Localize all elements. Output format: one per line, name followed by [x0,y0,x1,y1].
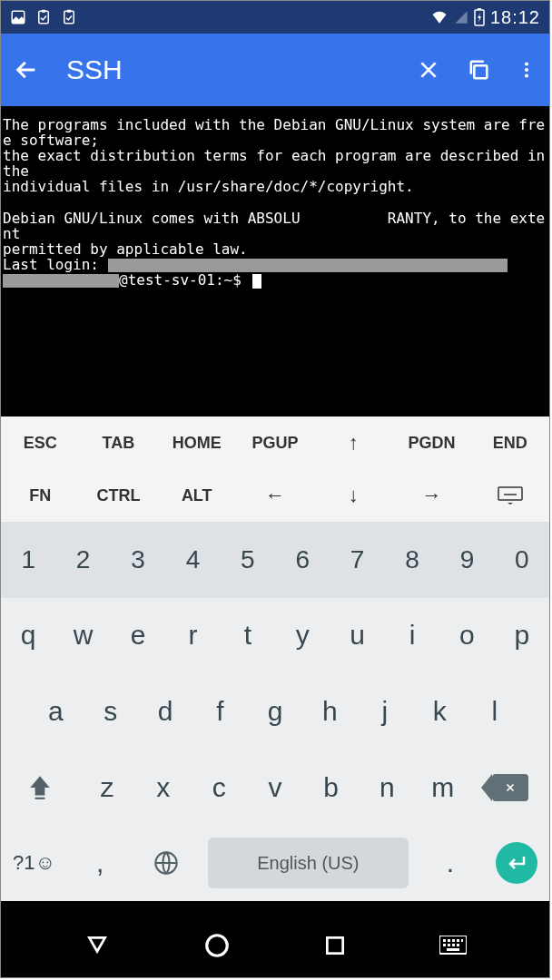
more-button[interactable] [517,58,537,82]
status-clock: 18:12 [490,7,540,28]
key-comma[interactable]: , [67,825,133,901]
space-label: English (US) [257,853,359,874]
svg-rect-1 [42,10,46,13]
svg-rect-29 [457,944,459,946]
key-right[interactable]: → [392,469,470,522]
key-down[interactable]: ↓ [314,469,392,522]
close-button[interactable] [417,58,440,82]
nav-home[interactable] [203,932,231,959]
soft-keyboard: 1 2 3 4 5 6 7 8 9 0 q w e r t y u i o p … [1,522,549,901]
svg-point-6 [525,63,528,66]
key-alt[interactable]: ALT [158,469,236,522]
key-shift[interactable] [1,750,79,826]
key-0[interactable]: 0 [495,522,549,598]
gallery-icon [10,9,26,25]
key-o[interactable]: o [439,598,494,674]
status-bar: 18:12 [1,1,549,34]
key-7[interactable]: 7 [330,522,384,598]
svg-rect-23 [452,939,455,942]
app-bar: SSH [1,34,549,106]
key-s[interactable]: s [83,673,137,750]
key-pgup[interactable]: PGUP [236,416,314,469]
signal-icon [454,9,468,25]
svg-rect-4 [478,8,481,10]
key-5[interactable]: 5 [221,522,275,598]
key-tab[interactable]: TAB [79,416,157,469]
key-k[interactable]: k [412,673,467,750]
terminal-output[interactable]: The programs included with the Debian GN… [1,106,549,416]
key-f[interactable]: f [192,673,247,750]
key-y[interactable]: y [275,598,330,674]
nav-recent[interactable] [323,934,347,957]
key-n[interactable]: n [359,750,415,826]
key-enter[interactable] [483,825,549,901]
key-w[interactable]: w [55,598,110,674]
clipboard2-icon [61,9,77,25]
nav-back[interactable] [84,934,111,957]
key-d[interactable]: d [138,673,192,750]
key-home[interactable]: HOME [158,416,236,469]
app-title: SSH [66,54,417,85]
key-q[interactable]: q [1,598,55,674]
key-b[interactable]: b [303,750,360,826]
terminal-cursor [252,274,261,289]
term-line: The programs included with the Debian GN… [3,116,545,149]
key-c[interactable]: c [192,750,248,826]
key-p[interactable]: p [495,598,549,674]
key-j[interactable]: j [358,673,412,750]
svg-rect-25 [461,939,463,942]
svg-point-18 [207,936,228,956]
key-symbols[interactable]: ?1☺ [1,825,67,901]
key-period[interactable]: . [417,825,483,901]
key-6[interactable]: 6 [275,522,330,598]
key-fn[interactable]: FN [1,469,79,522]
term-login-label: Last login: [3,256,108,273]
key-i[interactable]: i [385,598,439,674]
term-prompt: @test-sv-01:~$ [119,271,242,289]
back-button[interactable] [14,57,39,83]
key-u[interactable]: u [330,598,384,674]
wifi-icon [430,9,448,25]
svg-rect-9 [498,487,522,500]
key-r[interactable]: r [165,598,220,674]
key-1[interactable]: 1 [1,522,55,598]
key-hide-keyboard[interactable] [471,469,549,522]
key-esc[interactable]: ESC [1,416,79,469]
battery-icon [474,8,485,26]
copy-button[interactable] [466,57,491,83]
key-pgdn[interactable]: PGDN [392,416,470,469]
svg-point-7 [525,68,528,72]
key-g[interactable]: g [248,673,302,750]
nav-bar [1,914,549,977]
key-2[interactable]: 2 [55,522,110,598]
svg-rect-21 [443,939,446,942]
key-space[interactable]: English (US) [199,825,417,901]
key-ctrl[interactable]: CTRL [79,469,157,522]
key-a[interactable]: a [28,673,83,750]
key-h[interactable]: h [302,673,357,750]
key-9[interactable]: 9 [439,522,494,598]
svg-rect-2 [67,10,72,13]
key-z[interactable]: z [79,750,135,826]
key-e[interactable]: e [111,598,165,674]
key-l[interactable]: l [468,673,522,750]
key-3[interactable]: 3 [111,522,165,598]
key-up[interactable]: ↑ [314,416,392,469]
key-4[interactable]: 4 [165,522,220,598]
device-frame: 18:12 SSH The programs included with the… [0,0,550,978]
svg-point-8 [525,74,528,77]
key-left[interactable]: ← [236,469,314,522]
key-end[interactable]: END [471,416,549,469]
key-v[interactable]: v [247,750,303,826]
term-line: Debian GNU/Linux comes with ABSOLU RANTY… [3,210,545,242]
key-x[interactable]: x [135,750,192,826]
key-t[interactable]: t [221,598,275,674]
key-language[interactable] [133,825,200,901]
nav-keyboard-icon[interactable] [439,936,467,956]
key-backspace[interactable] [471,750,549,826]
svg-rect-24 [457,939,459,942]
svg-rect-28 [452,944,455,946]
key-8[interactable]: 8 [385,522,439,598]
clipboard-icon [35,9,52,25]
key-m[interactable]: m [415,750,471,826]
